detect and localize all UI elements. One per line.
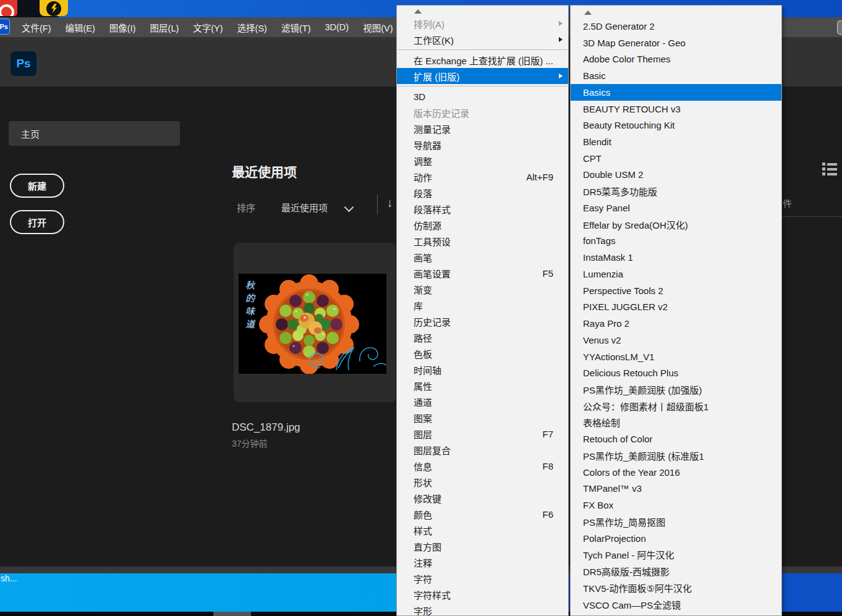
extensions-submenu-scroll-up[interactable] [571,6,781,18]
list-view-icon[interactable] [822,162,837,175]
yellow-lightning-app-icon[interactable] [40,0,68,16]
window-menu-item[interactable]: 注释 [397,554,568,570]
extensions-submenu-item[interactable]: DR5高级版-西城摄影 [571,563,781,580]
extensions-submenu-item[interactable]: fonTags [571,233,781,250]
recent-file-thumbnail[interactable]: 秋的味道 [239,274,386,374]
window-menu-item[interactable]: 时间轴 [397,361,568,378]
window-menu-item[interactable]: 导航器 [397,137,568,153]
window-menu-item[interactable]: 形状 [397,474,568,490]
scroll-up-icon [414,9,422,14]
new-button[interactable]: 新建 [10,174,64,198]
window-menu-item[interactable]: 仿制源 [397,217,568,233]
menubar-item[interactable]: 编辑(E) [64,20,97,35]
recent-file-name[interactable]: DSC_1879.jpg [232,421,300,434]
window-menu-item[interactable]: 字符 [397,570,568,586]
menubar-item[interactable]: 文字(Y) [191,20,224,35]
menubar-item[interactable]: 图像(I) [108,20,138,35]
window-menu-item[interactable]: 段落 [397,185,568,201]
window-menu-item[interactable]: 版本历史记录 [397,104,568,120]
extensions-submenu-item[interactable]: CPT [571,150,781,167]
window-menu-item[interactable]: 信息F8 [397,458,568,474]
extensions-submenu-item[interactable]: FX Box [571,497,781,513]
extensions-submenu-item[interactable]: Double USM 2 [571,167,781,184]
window-menu-item[interactable]: 修改键 [397,490,568,506]
open-button[interactable]: 打开 [10,210,64,234]
window-menu-item[interactable]: 直方图 [397,538,568,554]
extensions-submenu-item[interactable]: Easy Panel [571,200,781,216]
sort-direction-icon[interactable]: ↓ [387,196,393,210]
menubar-item[interactable]: 图层(L) [148,20,181,35]
menu-item-shortcut: F5 [542,268,553,279]
menubar-item[interactable]: 滤镜(T) [279,20,313,35]
extensions-submenu-item[interactable]: 2.5D Generator 2 [571,18,781,35]
window-menu-item[interactable]: 颜色F6 [397,506,568,522]
extensions-submenu-item[interactable]: InstaMask 1 [571,249,781,266]
window-menu-item[interactable]: 库 [397,297,568,313]
extensions-submenu-item[interactable]: Venus v2 [571,332,781,348]
red-app-icon[interactable] [0,0,17,16]
extensions-submenu-item[interactable]: Effelar by Sreda(OH汉化) [571,216,781,233]
extensions-submenu-item[interactable]: Blendit [571,133,781,150]
window-menu-item[interactable]: 图案 [397,410,568,426]
window-menu-scroll-up[interactable] [397,6,568,15]
window-menu-item[interactable]: 样式 [397,522,568,538]
menubar-item[interactable]: 视图(V) [361,20,394,35]
window-menu-item[interactable]: 段落样式 [397,201,568,217]
extensions-submenu-item[interactable]: PS黑作坊_美颜润肤 (加强版) [571,381,781,398]
extensions-submenu-item[interactable]: TMPanel™ v3 [571,481,781,497]
menubar-item[interactable]: 3D(D) [323,22,351,33]
menu-item-label: Lumenzia [583,269,767,279]
window-menu-item[interactable]: 路径 [397,329,568,345]
extensions-submenu-item[interactable]: Retouch of Color [571,431,781,447]
extensions-submenu-item[interactable]: PS黑作坊_美颜润肤 (标准版1 [571,447,781,464]
window-menu-item[interactable]: 工具预设 [397,233,568,249]
window-menu-item[interactable]: 图层F7 [397,426,568,442]
window-menu-item[interactable]: 通道 [397,394,568,410]
extensions-submenu-item[interactable]: Lumenzia [571,266,781,282]
extensions-submenu-item[interactable]: Raya Pro 2 [571,315,781,332]
window-menu-item[interactable]: 在 Exchange 上查找扩展 (旧版) ... [397,52,568,68]
extensions-submenu-item[interactable]: 公众号：修图素材丨超级面板1 [571,398,781,415]
extensions-submenu-item[interactable]: 一键替换天空 [571,612,781,616]
extensions-submenu-item[interactable]: YYActionsLM_V1 [571,348,781,365]
window-menu-item[interactable]: 字形 [397,602,568,616]
extensions-submenu-item[interactable]: VSCO Cam—PS全滤镜 [571,596,781,613]
window-menu-item[interactable]: 3D [397,88,568,104]
extensions-submenu-item[interactable]: BEAUTY RETOUCH v3 [571,101,781,117]
extensions-submenu-item[interactable]: Basics [571,84,781,101]
extensions-submenu-item[interactable]: 表格绘制 [571,415,781,431]
extensions-submenu-item[interactable]: PS黑作坊_简易抠图 [571,513,781,530]
window-menu-item[interactable]: 扩展 (旧版) [397,68,568,84]
extensions-submenu-item[interactable]: Tych Panel - 阿牛汉化 [571,547,781,563]
extensions-submenu-item[interactable]: Perspective Tools 2 [571,282,781,299]
photoshop-taskbar-icon[interactable]: Ps [0,19,10,35]
window-menu-item[interactable]: 色板 [397,345,568,361]
window-menu-item[interactable]: 测量记录 [397,120,568,137]
window-menu-item[interactable]: 画笔设置F5 [397,265,568,281]
window-menu-item[interactable]: 动作Alt+F9 [397,169,568,185]
window-menu-item[interactable]: 历史记录 [397,313,568,329]
window-menu-item[interactable]: 调整 [397,153,568,169]
extensions-submenu-item[interactable]: 3D Map Generator - Geo [571,35,781,51]
extensions-submenu-item[interactable]: TKV5-动作面板⑤阿牛汉化 [571,580,781,596]
window-menu-item[interactable]: 工作区(K) [397,32,568,48]
extensions-submenu-item[interactable]: Basic [571,67,781,84]
extensions-submenu-item[interactable]: Delicious Retouch Plus [571,365,781,381]
extensions-submenu-item[interactable]: Colors of the Year 2016 [571,464,781,481]
window-menu-item[interactable]: 渐变 [397,281,568,297]
window-menu-item[interactable]: 属性 [397,378,568,394]
menu-item-label: 字符样式 [414,588,553,601]
menubar-item[interactable]: 选择(S) [236,20,269,35]
window-menu-item[interactable]: 图层复合 [397,442,568,458]
extensions-submenu-item[interactable]: Adobe Color Themes [571,51,781,67]
extensions-submenu-item[interactable]: PolarProjection [571,530,781,547]
menubar-item[interactable]: 文件(F) [20,20,53,35]
sidebar-item-home[interactable]: 主页 [9,121,180,146]
window-menu-item[interactable]: 字符样式 [397,586,568,602]
sort-dropdown[interactable]: 最近使用项 [281,201,328,214]
window-menu-item[interactable]: 排列(A) [397,15,568,32]
extensions-submenu-item[interactable]: Beauty Retouching Kit [571,117,781,133]
window-menu-item[interactable]: 画笔 [397,249,568,265]
extensions-submenu-item[interactable]: PIXEL JUGGLER v2 [571,298,781,315]
extensions-submenu-item[interactable]: DR5菜茑多功能版 [571,183,781,200]
